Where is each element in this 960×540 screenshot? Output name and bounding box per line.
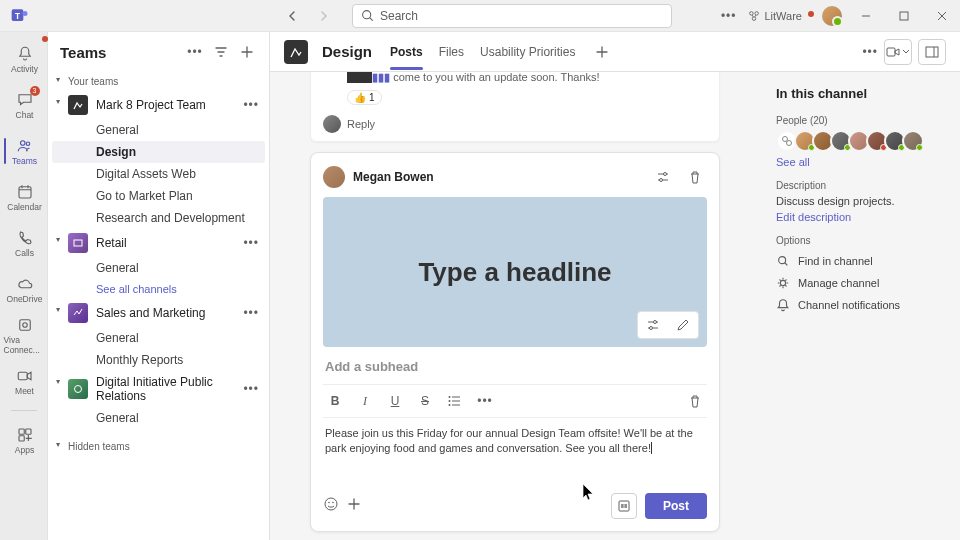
channel-general-1[interactable]: General <box>48 257 269 279</box>
your-teams-section[interactable]: Your teams <box>48 72 269 91</box>
author-avatar <box>323 166 345 188</box>
svg-point-33 <box>787 141 792 146</box>
rail-viva[interactable]: Viva Connec... <box>2 314 46 356</box>
window-close-button[interactable] <box>928 2 956 30</box>
channel-go-to-market[interactable]: Go to Market Plan <box>48 185 269 207</box>
org-icon <box>747 9 761 23</box>
svg-point-30 <box>332 502 334 504</box>
reply-button[interactable]: Reply <box>323 115 707 133</box>
plus-icon <box>241 46 253 58</box>
team-avatar-icon <box>68 303 88 323</box>
italic-button[interactable]: I <box>355 391 375 411</box>
channel-icon <box>617 499 631 513</box>
nav-back-button[interactable] <box>278 2 306 30</box>
svg-rect-10 <box>19 186 31 197</box>
channel-picker-button[interactable] <box>611 493 637 519</box>
team-more-button[interactable]: ••• <box>243 98 259 112</box>
svg-point-18 <box>75 386 82 393</box>
post-button[interactable]: Post <box>645 493 707 519</box>
format-more-button[interactable]: ••• <box>475 391 495 411</box>
hidden-teams-section[interactable]: Hidden teams <box>48 437 269 456</box>
team-more-button[interactable]: ••• <box>243 306 259 320</box>
banner-image-button[interactable] <box>668 312 698 338</box>
teams-filter-button[interactable] <box>211 42 231 62</box>
rail-activity[interactable]: Activity <box>2 38 46 80</box>
team-more-button[interactable]: ••• <box>243 382 259 396</box>
rail-apps[interactable]: Apps <box>2 419 46 461</box>
svg-rect-31 <box>619 501 629 511</box>
teams-more-button[interactable]: ••• <box>185 42 205 62</box>
see-all-link[interactable]: See all <box>776 156 944 168</box>
people-avatars[interactable] <box>776 130 944 152</box>
apps-icon <box>16 426 34 444</box>
clear-body-button[interactable] <box>685 391 705 411</box>
svg-point-29 <box>328 502 330 504</box>
app-rail: Activity 3 Chat Teams Calendar Calls One… <box>0 32 48 540</box>
strike-button[interactable]: S <box>415 391 435 411</box>
emoji-button[interactable] <box>323 496 339 515</box>
channel-design[interactable]: Design <box>52 141 265 163</box>
edit-description-link[interactable]: Edit description <box>776 211 944 223</box>
channel-research[interactable]: Research and Development <box>48 207 269 229</box>
tab-files[interactable]: Files <box>439 34 464 70</box>
team-mark8[interactable]: Mark 8 Project Team ••• <box>48 91 269 119</box>
profile-avatar[interactable] <box>822 6 842 26</box>
option-find[interactable]: Find in channel <box>776 250 944 272</box>
settings-more-button[interactable]: ••• <box>721 9 737 23</box>
banner-color-button[interactable] <box>638 312 668 338</box>
attach-more-button[interactable] <box>347 497 361 514</box>
list-button[interactable] <box>445 391 465 411</box>
window-minimize-button[interactable] <box>852 2 880 30</box>
channel-general-0[interactable]: General <box>48 119 269 141</box>
reaction-pill[interactable]: 👍1 <box>347 90 382 105</box>
option-manage[interactable]: Manage channel <box>776 272 944 294</box>
announcement-banner[interactable]: Type a headline <box>323 197 707 347</box>
delete-draft-button[interactable] <box>683 165 707 189</box>
meet-now-button[interactable] <box>884 39 912 65</box>
svg-text:T: T <box>15 10 20 20</box>
open-pane-button[interactable] <box>918 39 946 65</box>
search-input[interactable]: Search <box>352 4 672 28</box>
rail-calls[interactable]: Calls <box>2 222 46 264</box>
underline-button[interactable]: U <box>385 391 405 411</box>
rail-teams[interactable]: Teams <box>2 130 46 172</box>
team-sales[interactable]: Sales and Marketing ••• <box>48 299 269 327</box>
people-label: People (20) <box>776 115 944 126</box>
delivery-options-button[interactable] <box>651 165 675 189</box>
tab-usability[interactable]: Usability Priorities <box>480 34 575 70</box>
rail-meet[interactable]: Meet <box>2 360 46 402</box>
format-toolbar: B I U S ••• <box>323 384 707 418</box>
rail-calendar[interactable]: Calendar <box>2 176 46 218</box>
titlebar: T Search ••• LitWare <box>0 0 960 32</box>
see-all-channels-link[interactable]: See all channels <box>48 279 269 299</box>
channel-monthly-reports[interactable]: Monthly Reports <box>48 349 269 371</box>
channel-digital-assets[interactable]: Digital Assets Web <box>48 163 269 185</box>
sliders-icon <box>646 318 660 332</box>
tenant-switcher[interactable]: LitWare <box>747 9 813 23</box>
rail-chat[interactable]: 3 Chat <box>2 84 46 126</box>
svg-rect-14 <box>19 429 24 434</box>
headline-input[interactable]: Type a headline <box>418 257 611 288</box>
window-maximize-button[interactable] <box>890 2 918 30</box>
team-more-button[interactable]: ••• <box>243 236 259 250</box>
trash-icon <box>688 394 702 408</box>
tab-posts[interactable]: Posts <box>390 34 423 70</box>
filter-icon <box>215 46 227 58</box>
team-retail[interactable]: Retail ••• <box>48 229 269 257</box>
subhead-input[interactable]: Add a subhead <box>323 347 707 384</box>
nav-forward-button[interactable] <box>310 2 338 30</box>
panel-heading: In this channel <box>776 86 944 101</box>
option-notifications[interactable]: Channel notifications <box>776 294 944 316</box>
teams-create-button[interactable] <box>237 42 257 62</box>
message-body-input[interactable]: Please join us this Friday for our annua… <box>323 418 707 487</box>
svg-rect-11 <box>19 319 30 330</box>
viva-icon <box>16 316 34 334</box>
svg-point-3 <box>363 11 371 19</box>
team-digital-initiative[interactable]: Digital Initiative Public Relations ••• <box>48 371 269 407</box>
channel-more-button[interactable]: ••• <box>862 45 878 59</box>
rail-onedrive[interactable]: OneDrive <box>2 268 46 310</box>
channel-general-3[interactable]: General <box>48 407 269 429</box>
bold-button[interactable]: B <box>325 391 345 411</box>
channel-general-2[interactable]: General <box>48 327 269 349</box>
add-tab-button[interactable] <box>591 41 613 63</box>
